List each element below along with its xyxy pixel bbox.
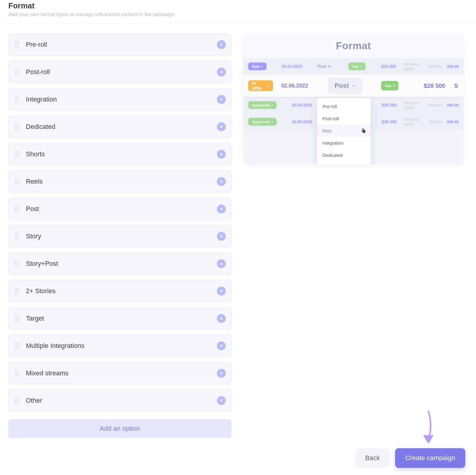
status-pill-offer: or offer▾	[248, 80, 273, 91]
dropdown-item[interactable]: Post-roll	[317, 112, 371, 125]
chevron-down-icon: ▾	[328, 64, 331, 69]
format-item[interactable]: Target	[8, 307, 231, 330]
format-dropdown-button[interactable]: Post	[328, 78, 362, 93]
yes-pill: Yes▾	[381, 81, 398, 90]
drag-handle-icon[interactable]	[15, 69, 19, 75]
dropdown-item[interactable]: Shorts	[317, 161, 371, 164]
chevron-down-icon: ▾	[268, 84, 270, 88]
cursor-hand-icon: 👆	[361, 128, 367, 133]
drag-handle-icon[interactable]	[15, 179, 19, 185]
format-item[interactable]: Dedicated	[8, 115, 231, 138]
format-item[interactable]: Post-roll	[8, 61, 231, 83]
drag-handle-icon[interactable]	[15, 343, 19, 349]
preview-title: Format	[243, 33, 464, 58]
format-item[interactable]: Story+Post	[8, 252, 231, 275]
chevron-down-icon	[352, 84, 356, 88]
preview-num: 999.99	[447, 120, 459, 124]
remove-format-button[interactable]	[217, 95, 226, 104]
format-item-label: Post	[26, 205, 217, 213]
drag-handle-icon[interactable]	[15, 370, 19, 376]
back-button[interactable]: Back	[355, 448, 390, 468]
format-dropdown-menu: Pre-rollPost-rollPost👆IntegrationDedicat…	[317, 98, 371, 164]
create-campaign-button[interactable]: Create campaign	[395, 448, 465, 468]
page-header: Format Add your own format types to mana…	[0, 0, 476, 23]
remove-format-button[interactable]	[217, 40, 226, 49]
drag-handle-icon[interactable]	[15, 233, 19, 239]
yes-pill: Yes▾	[348, 62, 365, 70]
remove-format-button[interactable]	[217, 68, 226, 76]
dropdown-item[interactable]: Pre-roll	[317, 100, 371, 112]
format-item[interactable]: Mixed streams	[8, 362, 231, 385]
format-item[interactable]: Pre-roll	[8, 33, 231, 56]
drag-handle-icon[interactable]	[15, 288, 19, 294]
remove-format-button[interactable]	[217, 150, 226, 159]
preview-rows: New▾ 20.03.2022 Post▾ Yes▾ $28 500 Set t…	[243, 58, 464, 130]
remove-format-button[interactable]	[217, 341, 226, 350]
remove-format-button[interactable]	[217, 122, 226, 131]
add-option-button[interactable]: Add an option	[8, 419, 231, 438]
format-item[interactable]: Shorts	[8, 143, 231, 165]
format-item-label: Reels	[26, 178, 217, 185]
format-item[interactable]: Integration	[8, 88, 231, 111]
remove-format-button[interactable]	[217, 369, 226, 378]
drag-handle-icon[interactable]	[15, 151, 19, 157]
format-item-label: 2+ Stories	[26, 287, 217, 295]
remove-format-button[interactable]	[217, 204, 226, 213]
close-icon	[219, 316, 223, 321]
drag-handle-icon[interactable]	[15, 42, 19, 48]
preview-spent: Set total spent	[404, 117, 425, 126]
remove-format-button[interactable]	[217, 396, 226, 405]
format-item[interactable]: Post	[8, 198, 231, 220]
close-icon	[219, 234, 223, 238]
preview-pct: 99.99%	[429, 120, 443, 124]
format-item[interactable]: 2+ Stories	[8, 280, 231, 302]
preview-format: Post▾	[317, 64, 336, 69]
format-item[interactable]: Reels	[8, 170, 231, 193]
status-pill-approved: Approved▾	[248, 101, 277, 109]
preview-row-focused: or offer▾ 02.06.2022 Post Yes▾ $28 500 S	[243, 75, 464, 97]
footer-actions: Back Create campaign	[355, 448, 465, 468]
format-item[interactable]: Other	[8, 389, 231, 412]
dropdown-item[interactable]: Dedicated	[317, 149, 371, 161]
dropdown-item[interactable]: Post👆	[317, 125, 371, 137]
preview-price: $28 500	[379, 103, 400, 107]
preview-price: $28 500	[379, 119, 400, 124]
format-item[interactable]: Multiple Integrations	[8, 335, 231, 357]
preview-date: 02.06.2022	[277, 83, 312, 89]
drag-handle-icon[interactable]	[15, 398, 19, 404]
drag-handle-icon[interactable]	[15, 315, 19, 321]
preview-date: 16.06.2022	[289, 119, 315, 124]
chevron-down-icon: ▾	[262, 65, 263, 68]
drag-handle-icon[interactable]	[15, 206, 19, 212]
format-list: Pre-rollPost-rollIntegrationDedicatedSho…	[8, 33, 231, 438]
format-item-label: Pre-roll	[26, 41, 217, 49]
preview-spent: Set total spent	[403, 62, 425, 71]
status-pill-new: New▾	[248, 62, 267, 70]
remove-format-button[interactable]	[217, 314, 226, 323]
drag-handle-icon[interactable]	[15, 96, 19, 102]
format-item-label: Integration	[26, 96, 217, 103]
close-icon	[219, 262, 223, 266]
close-icon	[219, 70, 223, 74]
remove-format-button[interactable]	[217, 259, 226, 268]
preview-spent: S	[453, 82, 459, 89]
close-icon	[219, 344, 223, 348]
format-item[interactable]: Story	[8, 225, 231, 248]
remove-format-button[interactable]	[217, 287, 226, 296]
close-icon	[219, 289, 223, 293]
preview-spent: Set total spent	[404, 101, 425, 110]
drag-handle-icon[interactable]	[15, 261, 19, 267]
preview-pct: 99.99%	[429, 64, 443, 69]
preview-num: 999.99	[447, 64, 459, 69]
remove-format-button[interactable]	[217, 177, 226, 186]
chevron-down-icon: ▾	[272, 120, 273, 124]
page-title: Format	[8, 1, 468, 10]
format-item-label: Story	[26, 232, 217, 240]
drag-handle-icon[interactable]	[15, 124, 19, 130]
remove-format-button[interactable]	[217, 232, 226, 241]
close-icon	[219, 399, 223, 403]
format-item-label: Other	[26, 397, 217, 404]
preview-date: 30.03.2022	[289, 103, 315, 107]
status-pill-approved: Approved▾	[248, 118, 277, 126]
dropdown-item[interactable]: Integration	[317, 137, 371, 149]
